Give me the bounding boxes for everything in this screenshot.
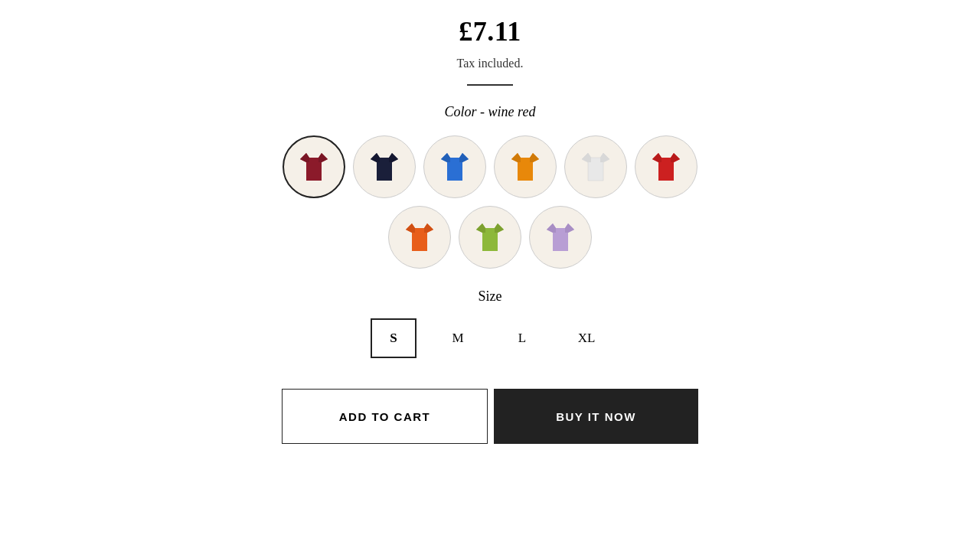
svg-marker-23 — [495, 223, 504, 233]
color-swatch-orange[interactable] — [494, 135, 557, 198]
color-swatch-blue[interactable] — [423, 135, 486, 198]
product-page: £7.11 Tax included. Color - wine red — [245, 8, 735, 459]
divider — [467, 84, 513, 86]
size-btn-m[interactable]: M — [435, 318, 481, 358]
color-swatches-row2 — [388, 206, 592, 269]
svg-marker-26 — [565, 223, 574, 233]
buy-now-button[interactable]: BUY IT NOW — [494, 389, 698, 444]
tax-note: Tax included. — [457, 57, 524, 70]
svg-marker-16 — [652, 153, 662, 162]
svg-marker-25 — [547, 223, 556, 233]
product-price: £7.11 — [459, 15, 521, 47]
color-swatch-red[interactable] — [635, 135, 697, 198]
action-buttons: ADD TO CART BUY IT NOW — [282, 389, 698, 444]
color-swatch-bright-orange[interactable] — [388, 206, 451, 269]
svg-marker-20 — [424, 223, 433, 233]
size-btn-l[interactable]: L — [499, 318, 545, 358]
svg-marker-19 — [406, 223, 415, 233]
svg-marker-4 — [371, 153, 380, 162]
svg-marker-2 — [318, 153, 328, 162]
add-to-cart-button[interactable]: ADD TO CART — [282, 389, 488, 444]
svg-marker-22 — [476, 223, 485, 233]
svg-marker-11 — [530, 153, 539, 162]
svg-marker-8 — [459, 153, 469, 162]
svg-marker-5 — [389, 153, 398, 162]
size-btn-s[interactable]: S — [371, 318, 416, 358]
color-swatch-white[interactable] — [564, 135, 627, 198]
svg-marker-17 — [671, 153, 680, 162]
svg-marker-1 — [300, 153, 309, 162]
color-swatch-navy[interactable] — [353, 135, 416, 198]
svg-marker-7 — [441, 153, 450, 162]
color-label: Color - wine red — [445, 104, 536, 120]
svg-marker-10 — [511, 153, 521, 162]
size-options: S M L XL — [371, 318, 609, 358]
size-section: Size S M L XL — [260, 289, 720, 381]
size-btn-xl[interactable]: XL — [564, 318, 609, 358]
color-swatch-lavender[interactable] — [529, 206, 592, 269]
color-swatch-light-green[interactable] — [459, 206, 521, 269]
size-label: Size — [479, 289, 502, 305]
color-swatches-row1 — [283, 135, 697, 198]
color-swatch-wine-red[interactable] — [283, 135, 345, 198]
